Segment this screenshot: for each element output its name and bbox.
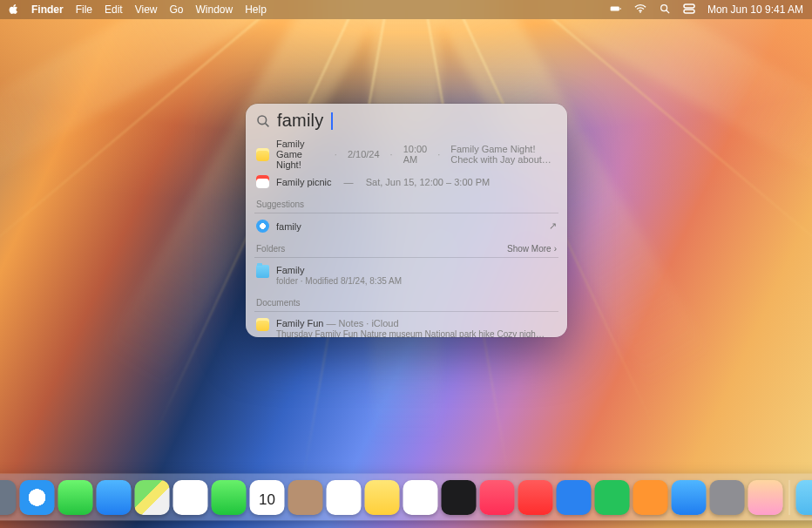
svg-rect-1 [619, 8, 620, 10]
app-name[interactable]: Finder [31, 3, 64, 16]
dock-contacts[interactable] [288, 480, 323, 515]
svg-line-4 [667, 10, 669, 12]
open-arrow-icon: ↗ [549, 220, 557, 232]
result-item[interactable]: Family Game Night! · 2/10/24 · 10:00 AM … [254, 136, 558, 173]
dock-downloads[interactable] [796, 480, 813, 515]
chevron-right-icon: › [554, 244, 557, 254]
dock-photos[interactable] [173, 480, 208, 515]
dock-news[interactable] [518, 480, 553, 515]
dock-calendar[interactable]: JUN 10 [250, 480, 285, 515]
dock-pages[interactable] [633, 480, 668, 515]
notes-icon [256, 318, 269, 331]
dock-messages[interactable] [58, 480, 93, 515]
folder-result[interactable]: Family folder · Modified 8/1/24, 8:35 AM [254, 261, 558, 289]
svg-rect-5 [684, 4, 694, 8]
dock-appstore[interactable] [672, 480, 707, 515]
menu-edit[interactable]: Edit [105, 3, 123, 16]
menu-file[interactable]: File [76, 3, 92, 16]
dock-safari[interactable] [20, 480, 55, 515]
control-center-icon[interactable] [683, 3, 695, 17]
dock-music[interactable] [480, 480, 515, 515]
dock: JUN 10 [0, 474, 812, 520]
section-suggestions: Suggestions [254, 191, 558, 213]
battery-icon[interactable] [610, 3, 622, 17]
dock-numbers[interactable] [595, 480, 630, 515]
text-cursor [331, 112, 333, 130]
dock-keynote[interactable] [557, 480, 592, 515]
menu-go[interactable]: Go [170, 3, 184, 16]
menu-view[interactable]: View [135, 3, 158, 16]
dock-freeform[interactable] [403, 480, 438, 515]
search-icon [256, 114, 270, 128]
svg-point-3 [661, 4, 667, 10]
svg-point-2 [639, 11, 641, 13]
section-folders: Folders Show More › [254, 235, 558, 258]
spotlight-search-field[interactable]: family [246, 104, 567, 136]
svg-point-7 [258, 116, 267, 125]
menubar-clock[interactable]: Mon Jun 10 9:41 AM [707, 3, 803, 16]
calendar-icon [256, 175, 269, 188]
folder-icon [256, 265, 269, 278]
menubar: Finder File Edit View Go Window Help Mon… [0, 0, 812, 19]
dock-mail[interactable] [97, 480, 132, 515]
safari-icon [256, 220, 269, 233]
spotlight-menubar-icon[interactable] [659, 3, 671, 17]
dock-launchpad[interactable] [0, 480, 17, 515]
document-result[interactable]: Family Fun — Notes · iCloud Thursday Fam… [254, 315, 558, 337]
dock-divider [789, 480, 790, 515]
svg-line-8 [265, 123, 268, 126]
dock-maps[interactable] [135, 480, 170, 515]
notes-icon [256, 148, 269, 161]
show-more-button[interactable]: Show More › [507, 244, 557, 254]
dock-notes[interactable] [365, 480, 400, 515]
dock-iphone-mirroring[interactable] [748, 480, 783, 515]
menu-window[interactable]: Window [196, 3, 233, 16]
dock-settings[interactable] [710, 480, 745, 515]
spotlight-query: family [277, 111, 323, 131]
dock-reminders[interactable] [327, 480, 362, 515]
svg-rect-0 [611, 6, 619, 10]
suggestion-item[interactable]: family ↗ [254, 217, 558, 235]
menu-help[interactable]: Help [245, 3, 267, 16]
svg-rect-6 [684, 10, 694, 13]
spotlight-panel: family Family Game Night! · 2/10/24 · 10… [246, 104, 567, 337]
section-documents: Documents [254, 289, 558, 312]
result-item[interactable]: Family picnic — Sat, Jun 15, 12:00 – 3:0… [254, 173, 558, 191]
dock-facetime[interactable] [212, 480, 247, 515]
apple-menu[interactable] [9, 3, 19, 17]
wifi-icon[interactable] [634, 3, 646, 17]
dock-tv[interactable] [442, 480, 477, 515]
